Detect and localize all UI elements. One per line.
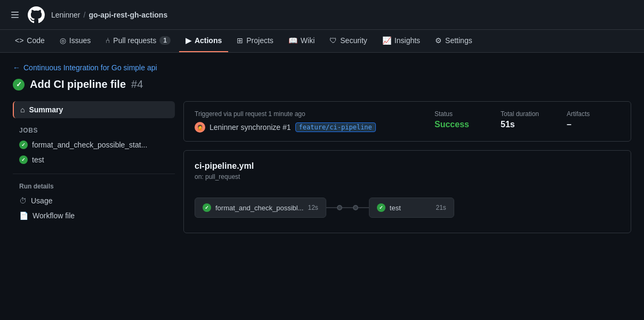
back-breadcrumb-label: Continuous Integration for Go simple api — [23, 63, 157, 72]
pipeline-node-format[interactable]: format_and_check_possibl... 12s — [195, 198, 326, 218]
tab-actions[interactable]: ▶ Actions — [179, 30, 228, 52]
workflow-name: ci-pipeline.yml — [195, 161, 620, 171]
tab-projects[interactable]: ⊞ Projects — [230, 30, 280, 52]
tab-security[interactable]: 🛡 Security — [323, 30, 374, 52]
file-icon: 📄 — [19, 211, 28, 220]
tab-insights[interactable]: 📈 Insights — [376, 30, 426, 52]
page-title: Add CI pipeline file #4 — [13, 78, 631, 91]
connector-line-mid — [342, 207, 353, 208]
trigger-card: Triggered via pull request 1 minute ago … — [183, 101, 631, 142]
tab-issues-label: Issues — [69, 36, 91, 45]
sidebar-job-test[interactable]: test — [13, 152, 175, 167]
topbar: Leninner / go-api-rest-gh-actions — [0, 0, 644, 30]
pipeline-connector — [326, 205, 369, 210]
tab-wiki-label: Wiki — [301, 36, 315, 45]
author-avatar: 🤦 — [195, 122, 205, 133]
pipeline-format-success-icon — [203, 203, 211, 212]
hamburger-button[interactable] — [9, 9, 21, 21]
settings-icon: ⚙ — [435, 36, 442, 45]
content-layout: ⌂ Summary Jobs format_and_check_possible… — [13, 101, 631, 233]
sidebar-job-format-label: format_and_check_possible_stat... — [32, 141, 147, 149]
tab-code-label: Code — [27, 36, 44, 45]
pipeline-node-test[interactable]: test 21s — [369, 198, 454, 218]
run-details-section-label: Run details — [13, 183, 175, 190]
branch-badge: feature/ci-pipeline — [295, 122, 376, 132]
sidebar-divider — [13, 174, 175, 174]
pipeline-test-time: 21s — [436, 204, 446, 211]
sidebar-workflow-file-item[interactable]: 📄 Workflow file — [13, 208, 175, 223]
nav-tabs: <> Code ◎ Issues ⑃ Pull requests 1 ▶ Act… — [0, 30, 644, 53]
tab-code[interactable]: <> Code — [9, 30, 51, 52]
back-breadcrumb[interactable]: ← Continuous Integration for Go simple a… — [13, 63, 631, 72]
sidebar-job-format[interactable]: format_and_check_possible_stat... — [13, 137, 175, 152]
clock-icon: ⏱ — [19, 196, 27, 205]
sidebar-usage-label: Usage — [31, 196, 52, 205]
pipeline-test-label: test — [390, 204, 432, 212]
pipeline-format-time: 12s — [308, 204, 318, 211]
breadcrumb: Leninner / go-api-rest-gh-actions — [51, 11, 167, 19]
sidebar-summary-label: Summary — [29, 105, 63, 114]
duration-label: Total duration — [501, 110, 554, 118]
sidebar-job-test-label: test — [32, 155, 44, 164]
tab-actions-label: Actions — [195, 36, 222, 45]
connector-line-right — [358, 207, 369, 208]
job-format-success-icon — [19, 141, 28, 149]
tab-projects-label: Projects — [246, 36, 273, 45]
artifacts-label: Artifacts — [567, 110, 620, 118]
actions-icon: ▶ — [186, 36, 191, 45]
pr-icon: ⑃ — [106, 36, 110, 45]
tab-insights-label: Insights — [395, 36, 420, 45]
status-value: Success — [434, 120, 488, 129]
run-success-icon — [13, 79, 25, 91]
job-test-success-icon — [19, 155, 28, 164]
owner-link[interactable]: Leninner — [51, 11, 80, 19]
sidebar-usage-item[interactable]: ⏱ Usage — [13, 193, 175, 208]
pr-badge: 1 — [159, 36, 171, 45]
breadcrumb-separator: / — [84, 11, 86, 19]
pr-number: #4 — [131, 78, 143, 91]
jobs-section-label: Jobs — [13, 127, 175, 134]
trigger-info: Triggered via pull request 1 minute ago … — [195, 110, 422, 133]
pipeline-test-success-icon — [377, 203, 385, 212]
tab-wiki[interactable]: 📖 Wiki — [282, 30, 321, 52]
workflow-trigger: on: pull_request — [195, 173, 620, 180]
tab-security-label: Security — [340, 36, 367, 45]
issue-icon: ◎ — [60, 36, 66, 45]
artifacts-value: – — [567, 120, 620, 129]
code-icon: <> — [15, 36, 23, 45]
connector-line-left — [326, 207, 337, 208]
pipeline-graph: format_and_check_possibl... 12s test 21s — [195, 193, 620, 222]
tab-settings-label: Settings — [445, 36, 472, 45]
status-label: Status — [434, 110, 488, 118]
main-content: ← Continuous Integration for Go simple a… — [0, 53, 644, 244]
security-icon: 🛡 — [329, 36, 337, 45]
connector-dot-left — [337, 205, 342, 210]
insights-icon: 📈 — [382, 36, 391, 45]
status-block: Status Success — [434, 110, 488, 129]
workflow-card: ci-pipeline.yml on: pull_request format_… — [183, 150, 631, 233]
sidebar-item-summary[interactable]: ⌂ Summary — [13, 101, 175, 118]
tab-issues[interactable]: ◎ Issues — [53, 30, 97, 52]
sidebar: ⌂ Summary Jobs format_and_check_possible… — [13, 101, 183, 233]
projects-icon: ⊞ — [237, 36, 243, 45]
artifacts-block: Artifacts – — [567, 110, 620, 129]
repo-name: go-api-rest-gh-actions — [88, 11, 167, 19]
tab-pr-label: Pull requests — [113, 36, 156, 45]
wiki-icon: 📖 — [288, 36, 297, 45]
commit-text: Leninner synchronize #1 — [210, 123, 291, 132]
trigger-commit: 🤦 Leninner synchronize #1 feature/ci-pip… — [195, 122, 422, 133]
back-arrow-icon: ← — [13, 63, 20, 72]
duration-block: Total duration 51s — [501, 110, 554, 129]
duration-value: 51s — [501, 120, 554, 129]
tab-pull-requests[interactable]: ⑃ Pull requests 1 — [99, 30, 177, 52]
github-logo — [28, 6, 45, 23]
run-title-text: Add CI pipeline file — [30, 78, 126, 91]
home-icon: ⌂ — [20, 105, 25, 114]
sidebar-workflow-file-label: Workflow file — [33, 211, 75, 220]
trigger-text: Triggered via pull request 1 minute ago — [195, 110, 422, 118]
connector-dot-right — [353, 205, 358, 210]
right-panel: Triggered via pull request 1 minute ago … — [183, 101, 631, 233]
pipeline-format-label: format_and_check_possibl... — [215, 204, 303, 212]
tab-settings[interactable]: ⚙ Settings — [429, 30, 479, 52]
